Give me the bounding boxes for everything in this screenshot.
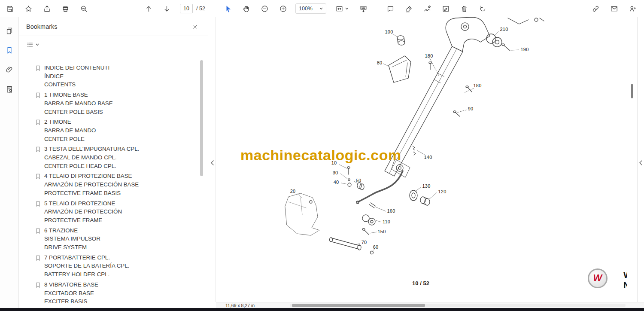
bookmarks-scrollbar-thumb[interactable] [200,60,203,176]
print-icon [61,5,70,13]
bookmark-icon [35,201,41,207]
part-number-label: 150 [378,229,386,234]
bookmark-item[interactable]: 2 TIMONEBARRA DE MANDOCENTER POLE [35,118,202,143]
bookmarks-panel: Bookmarks INDICE DEI CONTENUTIÍNDICECONT… [19,17,208,308]
bookmark-line: SOPORTE DE LA BATERÍA CPL. [44,262,129,270]
fill-sign-button[interactable] [439,2,453,15]
top-toolbar: / 52 100% [0,0,644,17]
signature-button[interactable] [420,2,434,15]
vertical-scrollbar-thumb[interactable] [631,84,633,98]
part-number-label: 80 [377,60,383,65]
minus-circle-icon [261,5,269,13]
zoom-in-button[interactable] [276,2,290,15]
close-panel-button[interactable] [191,22,199,31]
bookmark-line: EXCITER BASIS [44,297,98,306]
zoom-out-button[interactable] [258,2,271,15]
bookmark-item[interactable]: 8 VIBRATORE BASEEXCITADOR BASEEXCITER BA… [35,281,202,306]
bookmark-icon [35,173,41,180]
part-number-label: 210 [500,27,508,32]
email-button[interactable] [607,2,621,15]
page-total-label: / 52 [196,6,205,12]
fit-options-chevron-icon[interactable] [345,7,349,10]
bookmark-line: 8 VIBRATORE BASE [44,281,98,289]
chevron-down-icon [319,7,323,10]
fit-width-button[interactable] [332,2,346,15]
part-number-label: 130 [422,183,431,189]
next-page-button[interactable] [160,2,173,15]
comment-button[interactable] [383,2,397,15]
highlight-button[interactable] [402,2,416,15]
bookmark-item[interactable]: 3 TESTA DELL'IMPUGNATURA CPL.CABEZAL DE … [35,145,202,170]
digital-signatures-button[interactable] [3,82,16,96]
link-icon [592,5,600,13]
bookmark-line: INDICE DEI CONTENUTI [44,64,109,72]
bookmark-item[interactable]: 4 TELAIO DI PROTEZIONE BASEARMAZÓN DE PR… [35,172,202,197]
comment-icon [386,5,395,13]
hand-icon [242,5,250,13]
select-tool-button[interactable] [221,2,235,15]
bookmark-line: 2 TIMONE [44,118,96,126]
chevron-left-icon [638,160,643,166]
previous-page-button[interactable] [142,2,155,15]
expand-right-panel-button[interactable] [638,160,643,166]
bookmark-labels: INDICE DEI CONTENUTIÍNDICECONTENTS [44,64,109,89]
bookmark-labels: 6 TRAZIONESISTEMA IMPULSORDRIVE SYSTEM [44,226,100,252]
account-button[interactable] [626,2,639,15]
bookmark-line: ÍNDICE [44,72,109,81]
bookmarks-panel-toolbar [19,36,208,53]
plus-circle-icon [279,5,287,13]
bookmarks-panel-header: Bookmarks [19,17,208,36]
print-button[interactable] [58,2,72,15]
bookmark-labels: 8 VIBRATORE BASEEXCITADOR BASEEXCITER BA… [44,281,98,306]
bookmark-labels: 2 TIMONEBARRA DE MANDOCENTER POLE [44,118,96,143]
arrow-down-icon [163,5,171,13]
hand-tool-button[interactable] [239,2,253,15]
rotate-button[interactable] [476,2,489,15]
bookmark-labels: 7 PORTABATTERIE CPL.SOPORTE DE LA BATERÍ… [44,253,129,279]
collapse-panel-button[interactable] [210,160,214,166]
bookmark-item[interactable]: INDICE DEI CONTENUTIÍNDICECONTENTS [35,64,202,89]
signature-pen-icon [423,5,431,13]
bookmark-line: CABEZAL DE MANDO CPL. [44,153,139,162]
favorite-button[interactable] [21,2,35,15]
right-panel-strip [637,17,644,302]
bookmark-item[interactable]: 1 TIMONE BASEBARRA DE MANDO BASECENTER P… [35,91,202,116]
part-number-label: 70 [361,240,367,245]
page-thumbnails-button[interactable] [3,24,16,38]
bookmark-line: CENTER POLE HEAD CPL. [44,162,139,171]
zoom-level-select[interactable]: 100% [295,3,326,14]
bookmark-icon [35,228,41,234]
bookmark-item[interactable]: 5 TELAIO DI PROTEZIONEARMAZÓN DE PROTECC… [35,199,202,225]
bookmark-options-button[interactable] [26,41,39,49]
bookmark-line: BATTERY HOLDER CPL. [44,270,129,279]
marquee-zoom-button[interactable] [77,2,91,15]
panel-collapse-strip [208,17,216,302]
panel-title: Bookmarks [26,23,58,30]
horizontal-scrollbar-thumb[interactable] [292,304,425,307]
keyboard-button[interactable] [356,2,370,15]
watermark-text: machinecatalogic.com [240,147,401,164]
bookmark-icon [35,282,41,288]
part-number-label: 190 [521,47,529,52]
page-number-input[interactable] [180,4,193,13]
bookmark-line: 6 TRAZIONE [44,226,100,235]
delete-button[interactable] [457,2,471,15]
bookmark-item[interactable]: 7 PORTABATTERIE CPL.SOPORTE DE LA BATERÍ… [35,253,202,279]
bookmarks-panel-button[interactable] [3,43,16,57]
part-number-label: 180 [474,83,482,88]
save-button[interactable] [3,2,17,15]
pages-icon [5,27,14,35]
attachments-button[interactable] [3,63,16,76]
bookmark-item[interactable]: 6 TRAZIONESISTEMA IMPULSORDRIVE SYSTEM [35,226,202,252]
link-button[interactable] [589,2,602,15]
share-button[interactable] [40,2,54,15]
rotate-ccw-icon [479,5,487,13]
bookmark-line: CONTENTS [44,80,109,89]
bookmark-line: CENTER POLE BASIS [44,108,113,116]
part-number-label: 100 [385,29,393,34]
bookmark-icon [35,65,41,71]
bookmark-line: PROTECTIVE FRAME BASIS [44,189,139,198]
chevron-down-icon [36,43,39,46]
part-number-label: 50 [356,178,361,183]
keyboard-icon [359,5,368,13]
